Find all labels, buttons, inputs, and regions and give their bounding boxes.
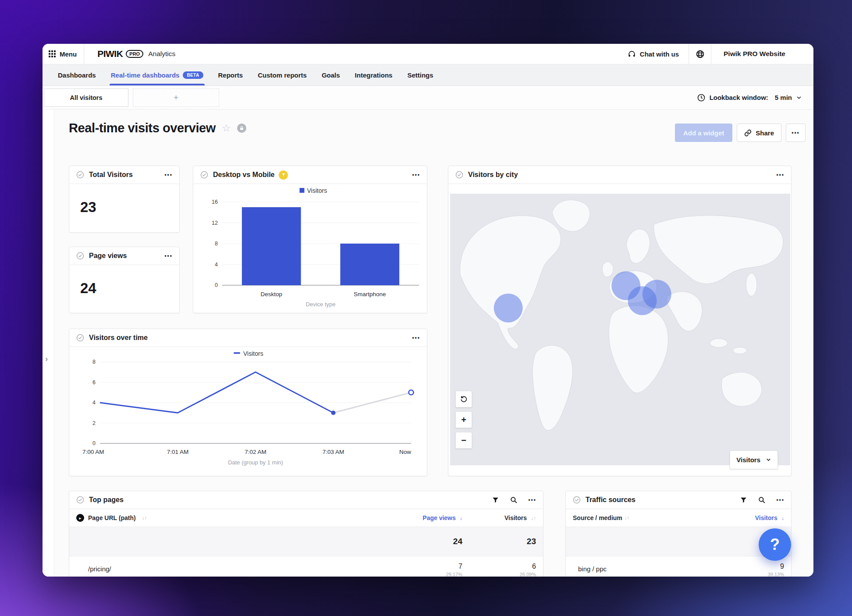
widget-title: Traffic sources — [586, 496, 635, 504]
svg-text:8: 8 — [215, 241, 218, 247]
svg-text:16: 16 — [212, 199, 218, 205]
collapsed-sidebar-rail: › — [43, 110, 54, 577]
search-button[interactable] — [510, 496, 518, 504]
map-zoom-in-button[interactable]: + — [455, 411, 472, 428]
menu-label: Menu — [60, 50, 77, 58]
check-circle-icon — [76, 251, 85, 260]
visitors-value: 9 — [727, 563, 784, 570]
ellipsis-icon: ••• — [792, 130, 800, 136]
tab-label: Custom reports — [258, 71, 307, 79]
favorite-star-icon[interactable]: ☆ — [222, 123, 231, 133]
add-segment-button[interactable]: + — [133, 89, 219, 107]
menu-button[interactable]: Menu — [43, 44, 84, 64]
page-views-value: 7 — [389, 563, 462, 570]
total-visitors-value: 23 — [69, 184, 179, 216]
filter-button[interactable] — [740, 496, 747, 504]
help-button[interactable]: ? — [759, 528, 791, 561]
language-globe-button[interactable] — [689, 44, 711, 64]
search-button[interactable] — [758, 496, 766, 504]
share-button[interactable]: Share — [737, 124, 781, 142]
search-icon — [758, 496, 766, 504]
svg-text:Date (group by 1 min): Date (group by 1 min) — [228, 459, 283, 466]
segment-tab-all-visitors[interactable]: All visitors — [44, 89, 128, 107]
widget-page-views: Page views ••• 24 — [69, 247, 180, 313]
tab-custom-reports[interactable]: Custom reports — [250, 64, 314, 85]
column-header-page-views[interactable]: Page views — [422, 514, 456, 521]
map-metric-dropdown[interactable]: Visitors — [730, 450, 778, 469]
svg-text:Desktop: Desktop — [260, 291, 282, 297]
tab-settings[interactable]: Settings — [400, 64, 440, 85]
map-reset-button[interactable] — [455, 391, 472, 407]
widget-menu-icon[interactable]: ••• — [164, 253, 173, 259]
widget-menu-icon[interactable]: ••• — [528, 497, 536, 503]
column-header-visitors[interactable]: Visitors — [755, 514, 777, 521]
sort-icon: ↓↑ — [531, 516, 536, 521]
share-label: Share — [756, 129, 774, 137]
svg-text:Visitors: Visitors — [307, 187, 327, 194]
dashboard-more-button[interactable]: ••• — [786, 124, 806, 142]
tab-label: Dashboards — [58, 71, 96, 79]
widget-menu-icon[interactable]: ••• — [776, 497, 785, 503]
funnel-icon — [740, 496, 747, 504]
widget-title: Visitors by city — [468, 171, 518, 179]
page-url-cell[interactable]: /pricing/ — [76, 563, 389, 573]
visitors-percent: 26.09% — [462, 572, 536, 577]
widget-title: Visitors over time — [89, 334, 148, 342]
sort-icon: ↓↑ — [142, 515, 147, 520]
filter-button[interactable] — [492, 496, 499, 504]
column-header-visitors[interactable]: Visitors — [504, 514, 527, 521]
widget-menu-icon[interactable]: ••• — [776, 172, 785, 178]
widget-menu-icon[interactable]: ••• — [412, 335, 420, 341]
svg-text:7:02 AM: 7:02 AM — [245, 449, 266, 455]
check-circle-icon — [76, 496, 85, 504]
check-circle-icon — [76, 170, 85, 179]
widget-title: Total Visitors — [89, 171, 133, 179]
check-circle-icon — [76, 333, 85, 342]
lookback-window-control[interactable]: Lookback window: 5 min — [697, 93, 802, 102]
filter-applied-badge[interactable] — [279, 170, 288, 180]
source-medium-cell[interactable]: bing / ppc — [573, 563, 727, 573]
table-summary-row: 23 — [566, 527, 791, 556]
table-row[interactable]: /pricing/ 7 29.17% 6 26.09% — [69, 556, 543, 577]
page-views-value: 24 — [69, 265, 179, 297]
column-header-source[interactable]: Source / medium — [573, 514, 622, 521]
widget-top-pages: Top pages ••• ▸ Page URL (path) ↓↑ Page … — [69, 491, 543, 577]
tab-goals[interactable]: Goals — [314, 64, 348, 85]
lookback-value: 5 min — [775, 94, 792, 101]
check-circle-icon — [200, 170, 209, 179]
segment-bar: All visitors + Lookback window: 5 min — [43, 86, 813, 110]
tab-label: Integrations — [355, 71, 393, 79]
dimension-icon: ▸ — [76, 514, 84, 522]
sort-icon: ↓↑ — [625, 515, 630, 520]
chat-with-us-button[interactable]: Chat with us — [618, 44, 689, 64]
funnel-icon — [492, 496, 499, 504]
summary-page-views: 24 — [389, 537, 462, 546]
add-widget-button[interactable]: Add a widget — [675, 124, 732, 142]
widget-total-visitors: Total Visitors ••• 23 — [69, 166, 180, 233]
globe-icon — [696, 50, 705, 59]
widget-traffic-sources: Traffic sources ••• Source / medium ↓↑ V… — [565, 491, 792, 577]
tab-dashboards[interactable]: Dashboards — [50, 64, 103, 85]
table-row[interactable]: bing / ppc 9 39.13% — [566, 556, 791, 577]
logo-product-name: Analytics — [148, 50, 175, 58]
tab-reports[interactable]: Reports — [211, 64, 251, 85]
map-zoom-out-button[interactable]: − — [455, 432, 472, 449]
world-map[interactable] — [450, 194, 790, 465]
tab-integrations[interactable]: Integrations — [348, 64, 400, 85]
column-header-url[interactable]: Page URL (path) — [88, 514, 136, 521]
widget-menu-icon[interactable]: ••• — [412, 172, 420, 178]
svg-text:7:03 AM: 7:03 AM — [323, 449, 344, 455]
reset-icon — [460, 395, 468, 403]
lock-badge-icon — [237, 124, 246, 133]
tab-label: Real-time dashboards — [111, 71, 180, 79]
widget-visitors-over-time: Visitors over time ••• Visitors024687:00… — [69, 329, 427, 476]
site-selector[interactable]: Piwik PRO Website — [711, 44, 813, 64]
expand-sidebar-chevron[interactable]: › — [45, 354, 48, 364]
widget-menu-icon[interactable]: ••• — [164, 172, 173, 178]
tab-real-time-dashboards[interactable]: Real-time dashboards BETA — [103, 64, 211, 85]
svg-text:Visitors: Visitors — [243, 350, 263, 357]
svg-text:Smartphone: Smartphone — [354, 291, 386, 297]
top-bar: Menu PIWIK PRO Analytics Chat with us — [43, 44, 813, 64]
svg-text:6: 6 — [92, 379, 96, 386]
main-nav: Dashboards Real-time dashboards BETA Rep… — [43, 64, 813, 86]
